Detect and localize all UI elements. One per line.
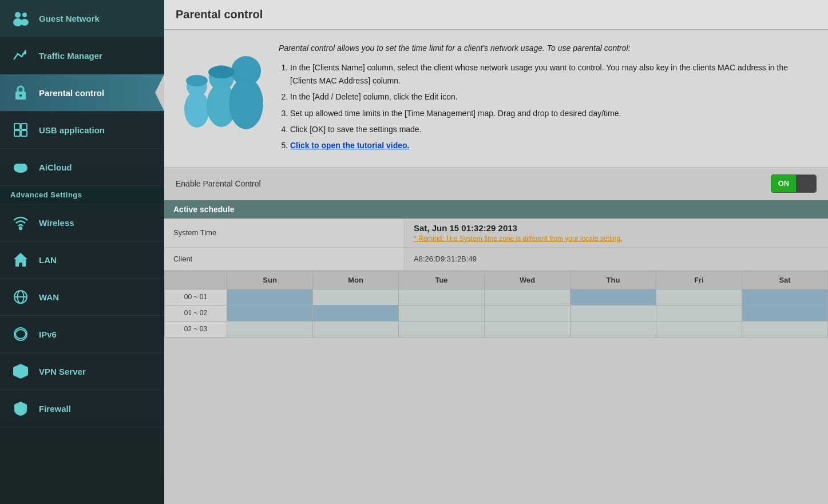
svg-rect-8 [14,130,20,136]
schedule-body: 00 ~ 0101 ~ 0202 ~ 03 [165,289,828,337]
schedule-cell-2-6[interactable] [742,321,827,337]
advanced-settings-header: Advanced Settings [0,186,164,204]
day-header-tue: Tue [399,271,485,289]
svg-point-0 [15,12,21,18]
svg-rect-9 [21,130,27,136]
wifi-icon [10,212,31,233]
system-time-label: System Time [164,219,405,247]
schedule-cell-1-6[interactable] [742,305,827,321]
cloud-icon [10,157,31,177]
schedule-row: 00 ~ 01 [165,289,828,305]
sidebar: Guest Network Traffic Manager Parental c… [0,0,164,504]
system-time-main: Sat, Jun 15 01:32:29 2013 [414,223,819,233]
intro-step-5[interactable]: Click to open the tutorial video. [290,139,811,152]
sidebar-item-vpn-server[interactable]: VPN Server [0,353,164,390]
day-header-sat: Sat [742,271,827,289]
sidebar-item-wan[interactable]: WAN [0,279,164,316]
svg-point-21 [184,91,209,128]
system-time-row: System Time Sat, Jun 15 01:32:29 2013 * … [164,219,828,248]
client-row: Client A8:26:D9:31:2B:49 [164,248,828,271]
time-label-2: 02 ~ 03 [165,321,227,337]
sidebar-label-traffic-manager: Traffic Manager [39,51,102,61]
sidebar-item-traffic-manager[interactable]: Traffic Manager [0,37,164,74]
traffic-icon [10,45,31,66]
intro-text: Parental control allows you to set the t… [279,42,811,156]
intro-step-4: Click [OK] to save the settings made. [290,123,811,136]
enable-control-row: Enable Parental Control ON [164,168,828,200]
svg-point-12 [20,164,27,169]
day-header-thu: Thu [571,271,656,289]
schedule-cell-1-1[interactable] [313,305,399,321]
schedule-cell-0-5[interactable] [656,289,742,305]
shield-icon [10,398,31,419]
schedule-cell-1-3[interactable] [485,305,571,321]
sidebar-item-lan[interactable]: LAN [0,241,164,279]
globe-icon [10,287,31,307]
sidebar-item-parental-control[interactable]: Parental control [0,74,164,112]
tutorial-link[interactable]: Click to open the tutorial video. [290,141,409,150]
schedule-cell-1-2[interactable] [399,305,485,321]
vpn-icon [10,361,31,382]
schedule-cell-1-0[interactable] [227,305,313,321]
users-icon [10,8,31,29]
schedule-header-row: SunMonTueWedThuFriSat [165,271,828,289]
svg-point-27 [208,66,235,78]
system-time-warning[interactable]: * Remind: The System time zone is differ… [414,235,819,243]
sidebar-label-lan: LAN [39,255,57,265]
page-title: Parental control [164,0,828,30]
schedule-cell-2-1[interactable] [313,321,399,337]
svg-point-25 [229,78,263,129]
schedule-cell-0-1[interactable] [313,289,399,305]
sidebar-label-guest-network: Guest Network [39,14,100,23]
time-label-1: 01 ~ 02 [165,305,227,321]
enable-label: Enable Parental Control [176,179,771,188]
schedule-cell-0-3[interactable] [485,289,571,305]
schedule-cell-2-3[interactable] [485,321,571,337]
home-icon [10,249,31,270]
main-content: Parental control Parental control allo [164,0,828,504]
schedule-cell-2-5[interactable] [656,321,742,337]
schedule-row: 01 ~ 02 [165,305,828,321]
intro-step-1: In the [Clients Name] column, select the… [290,61,811,87]
sidebar-label-aicloud: AiCloud [39,162,72,172]
schedule-cell-2-2[interactable] [399,321,485,337]
sidebar-label-ipv6: IPv6 [39,330,57,339]
schedule-cell-0-4[interactable] [571,289,656,305]
svg-marker-14 [14,253,27,267]
schedule-cell-0-0[interactable] [227,289,313,305]
schedule-cell-0-6[interactable] [742,289,827,305]
client-value: A8:26:D9:31:2B:49 [405,248,828,270]
sidebar-item-wireless[interactable]: Wireless [0,204,164,241]
info-grid: System Time Sat, Jun 15 01:32:29 2013 * … [164,219,828,271]
parental-control-toggle[interactable]: ON [771,174,817,193]
sidebar-label-firewall: Firewall [39,404,71,414]
sidebar-label-usb-application: USB application [39,125,105,135]
sidebar-label-wireless: Wireless [39,218,74,228]
schedule-cell-2-0[interactable] [227,321,313,337]
intro-description: Parental control allows you to set the t… [279,42,811,54]
sidebar-item-ipv6[interactable]: IPv6 [0,316,164,353]
intro-step-3: Set up allowed time limits in the [Time … [290,107,811,120]
svg-marker-19 [13,364,28,379]
svg-point-26 [186,75,208,86]
sidebar-item-firewall[interactable]: Firewall [0,390,164,427]
parental-control-image [176,42,267,133]
sidebar-item-aicloud[interactable]: AiCloud [0,149,164,186]
sidebar-label-vpn-server: VPN Server [39,367,86,376]
schedule-cell-2-4[interactable] [571,321,656,337]
day-header-wed: Wed [485,271,571,289]
svg-point-13 [19,227,22,229]
schedule-header: Active schedule [164,200,828,219]
time-header [165,271,227,289]
intro-step-2: In the [Add / Delete] column, click the … [290,90,811,103]
sidebar-label-wan: WAN [39,292,59,302]
day-header-mon: Mon [313,271,399,289]
day-header-sun: Sun [227,271,313,289]
schedule-cell-1-5[interactable] [656,305,742,321]
toggle-off-area [796,175,816,192]
schedule-cell-1-4[interactable] [571,305,656,321]
sidebar-item-guest-network[interactable]: Guest Network [0,0,164,37]
svg-point-3 [21,19,29,26]
sidebar-item-usb-application[interactable]: USB application [0,112,164,149]
schedule-cell-0-2[interactable] [399,289,485,305]
